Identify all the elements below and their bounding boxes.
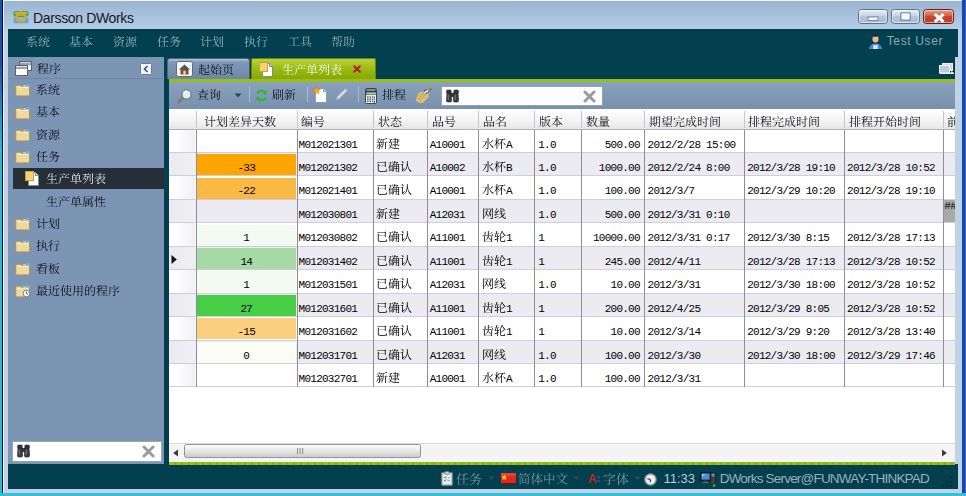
svg-text:A: A [588, 473, 597, 485]
